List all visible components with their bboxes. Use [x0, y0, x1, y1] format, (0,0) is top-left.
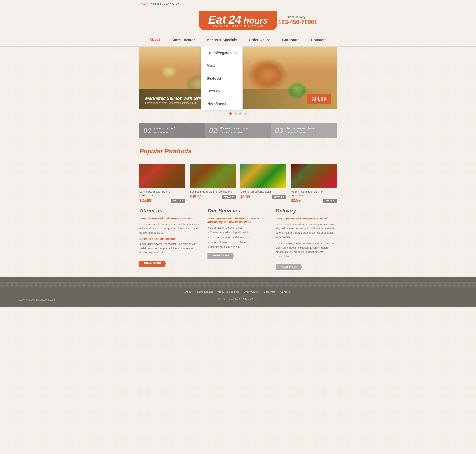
step-1-text: Order your foodonline with us — [154, 126, 175, 135]
about-highlight: Lorem ipsum dolor sit amet consectetur — [139, 217, 200, 220]
hero-price: $14.89 — [307, 94, 331, 104]
phone-number: +123-456-78901 — [275, 19, 317, 25]
nav-order-online[interactable]: Order Online — [243, 33, 276, 46]
product-card-4: Magna ipsum dolor sit amet consectetur $… — [291, 164, 337, 203]
order-delivery: Order Delivery +123-456-78901 — [275, 15, 317, 25]
hero-dot-3[interactable] — [239, 113, 242, 115]
about-text1: Lorem ipsum dolor sit amet, consectetur … — [139, 222, 200, 235]
nav-links: About Store Locator Menus & Specials Fru… — [144, 33, 332, 46]
footer-site: www.heritagechristiancollege.com — [19, 298, 55, 301]
product-price-row-4: $2.89 DETAILS — [291, 198, 337, 203]
nav-corporate[interactable]: Corporate — [276, 33, 305, 46]
step-2: 02 We send, confirm andmonitor your orde… — [205, 123, 271, 138]
step-2-text: We send, confirm andmonitor your order — [220, 126, 248, 135]
footer-nav-store[interactable]: Store Locator — [197, 290, 213, 293]
details-btn-3[interactable]: DETAILS — [272, 195, 286, 199]
product-desc-4: Magna ipsum dolor sit amet consectetur — [291, 190, 337, 197]
step-2-num: 02 — [209, 127, 218, 134]
product-desc-1: Lorem ipsum dolor sit amet consectetur — [139, 190, 185, 197]
details-btn-2[interactable]: DETAILS — [222, 195, 236, 199]
step-3-num: 03 — [275, 127, 284, 134]
product-image-4 — [291, 164, 337, 188]
about-sub-title: Dolor sit amet consectetur — [139, 237, 200, 241]
footer-nav-corporate[interactable]: Corporate — [264, 290, 276, 293]
nav-menus-dropdown: Menus & Specials Fruits/Vegetables Meat … — [201, 33, 243, 46]
product-price-4: $2.89 — [291, 198, 300, 203]
step-3: 03 We prepare and deliverthe food to you — [271, 123, 337, 138]
about-read-more-btn[interactable]: READ MORE — [139, 261, 166, 266]
delivery-read-more-btn[interactable]: READ MORE — [276, 264, 302, 270]
product-desc-3: Dolor sit amet consectetur — [240, 190, 286, 193]
logo-main-text: Eat 24 hours — [208, 13, 268, 26]
products-grid: Lorem ipsum dolor sit amet consectetur $… — [139, 164, 337, 203]
delivery-text2: Dolor sit amet, consectetur adipisicing … — [276, 242, 337, 258]
services-highlight: Lorem ipsum dolor sit amet, consectetur … — [207, 217, 268, 224]
dropdown-pizza[interactable]: Pizza/Pasta — [201, 97, 242, 110]
product-price-row-1: $25.89 DETAILS — [139, 198, 185, 203]
hero-dot-1[interactable] — [229, 113, 232, 115]
product-image-2 — [190, 164, 236, 188]
services-item-2: Consectetur adipiscing elit sed do — [207, 230, 268, 235]
services-item-3: Eaiusmod tempor incididunt ut — [207, 235, 268, 240]
footer-copyright: Eat 24 hours © 2012 — [218, 298, 240, 301]
product-price-1: $25.89 — [139, 198, 151, 203]
product-desc-2: Set ipsum dolor sit amet consectetur — [190, 190, 236, 193]
delivery-col: Delivery Lorem ipsum dolor sit amet cons… — [276, 208, 337, 270]
popular-products-section: Popular Products Lorem ipsum dolor sit a… — [139, 143, 337, 208]
footer-privacy[interactable]: Privacy Policy — [243, 298, 258, 301]
delivery-text1: Lorem ipsum dolor sit amet, consectetur … — [276, 222, 337, 239]
delivery-highlight: Lorem ipsum dolor sit amet consectetur — [276, 217, 337, 220]
footer-nav: About Store Locator Menus & Specials Ord… — [0, 287, 476, 297]
order-delivery-label: Order Delivery — [275, 15, 317, 19]
about-us-col: About us Lorem ipsum dolor sit amet cons… — [139, 208, 200, 270]
product-price-2: $15.89 — [190, 195, 202, 199]
delivery-title: Delivery — [276, 208, 337, 214]
dropdown-entrees[interactable]: Entrees — [201, 85, 242, 97]
products-divider — [139, 159, 337, 159]
about-us-title: About us — [139, 208, 200, 214]
dropdown-seafood[interactable]: Seafood — [201, 72, 242, 85]
hero-dot-2[interactable] — [234, 113, 237, 115]
nav-about[interactable]: About — [144, 33, 166, 46]
product-card-3: Dolor sit amet consectetur $5.89 DETAILS — [240, 164, 286, 203]
popular-products-title: Popular Products — [139, 148, 337, 155]
services-read-more-btn[interactable]: READ MORE — [207, 253, 234, 259]
product-card-2: Set ipsum dolor sit amet consectetur $15… — [190, 164, 236, 203]
details-btn-1[interactable]: DETAILS — [171, 198, 185, 203]
product-price-row-2: $15.89 DETAILS — [190, 195, 236, 199]
steps-banner: 01 Order your foodonline with us 02 We s… — [139, 123, 337, 138]
nav-contacts[interactable]: Contacts — [305, 33, 332, 46]
services-col: Our Services Lorem ipsum dolor sit amet,… — [207, 208, 268, 270]
info-section: About us Lorem ipsum dolor sit amet cons… — [139, 208, 337, 270]
logo-sub-text: FOOD DELIVERY IN INSTANE — [208, 25, 268, 28]
dropdown-fruits[interactable]: Fruits/Vegetables — [201, 46, 242, 59]
hero-dots — [139, 109, 337, 118]
nav-menus-specials[interactable]: Menus & Specials — [201, 33, 243, 46]
footer-nav-menus[interactable]: Menus & Specials — [218, 290, 239, 293]
dropdown-meat[interactable]: Meat — [201, 59, 242, 72]
nav-store-locator[interactable]: Store Locator — [166, 33, 201, 46]
hero-dot-4[interactable] — [244, 113, 247, 115]
services-item-1: Lorem ipsum dolor sit amet — [207, 226, 268, 230]
step-3-text: We prepare and deliverthe food to you — [286, 126, 316, 135]
step-1: 01 Order your foodonline with us — [139, 123, 205, 138]
product-price-row-3: $5.89 DETAILS — [240, 195, 286, 199]
logo: Eat 24 hours FOOD DELIVERY IN INSTANE — [199, 11, 277, 30]
services-list: Lorem ipsum dolor sit amet Consectetur a… — [207, 226, 268, 249]
details-btn-4[interactable]: DETAILS — [323, 198, 337, 203]
services-title: Our Services — [207, 208, 268, 214]
logo-ribbon: Eat 24 hours FOOD DELIVERY IN INSTANE — [199, 11, 277, 30]
footer-bottom: Eat 24 hours © 2012 Privacy Policy www.h… — [0, 297, 476, 304]
product-card-1: Lorem ipsum dolor sit amet consectetur $… — [139, 164, 185, 203]
footer-nav-contacts[interactable]: Contacts — [280, 290, 291, 293]
topbar-links: LOGIN CREATE AN ACCOUNT — [139, 2, 181, 6]
login-link[interactable]: LOGIN — [139, 3, 148, 6]
footer-nav-about[interactable]: About — [185, 290, 192, 293]
step-1-num: 01 — [143, 127, 152, 134]
footer-nav-order[interactable]: Order Online — [244, 290, 259, 293]
about-text2: Ipsum dolor sit amet, consectetur adipis… — [139, 242, 200, 255]
create-account-link[interactable]: CREATE AN ACCOUNT — [151, 3, 179, 6]
dropdown-menu: Fruits/Vegetables Meat Seafood Entrees P… — [201, 46, 243, 110]
product-image-1 — [139, 164, 185, 188]
product-image-3 — [240, 164, 286, 188]
